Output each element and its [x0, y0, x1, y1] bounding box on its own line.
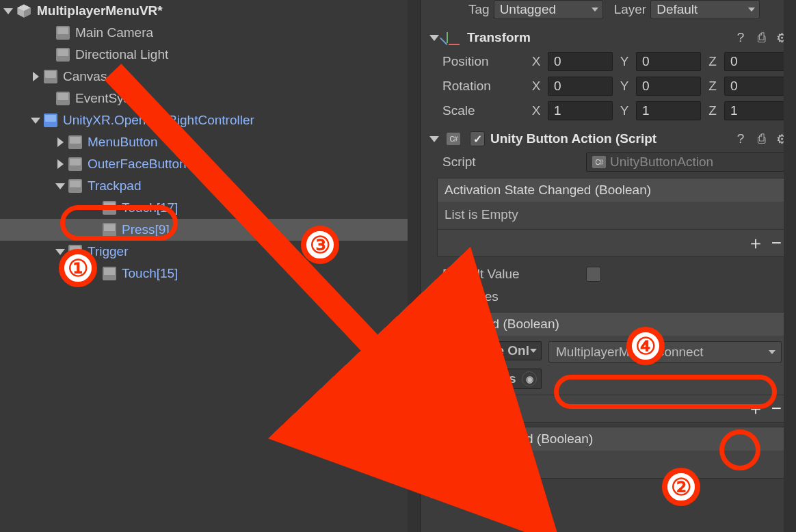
rot-z-field[interactable]: 0	[724, 77, 789, 96]
item-label: OuterFaceButton	[88, 157, 187, 172]
gameobject-icon	[56, 26, 70, 40]
hierarchy-item[interactable]: Trackpad	[0, 175, 420, 197]
hierarchy-item[interactable]: Main Camera	[0, 22, 420, 44]
layer-dropdown[interactable]: Default	[650, 0, 760, 19]
default-value-checkbox[interactable]	[586, 267, 601, 282]
foldout-icon[interactable]	[427, 31, 441, 44]
event-body: List is Empty	[438, 451, 788, 478]
scale-y-field[interactable]: 1	[636, 101, 701, 120]
hierarchy-item[interactable]: MenuButton	[0, 131, 420, 153]
pos-z-field[interactable]: 0	[724, 52, 789, 71]
item-label: Trigger	[88, 244, 128, 259]
gameobject-icon	[103, 223, 116, 237]
remove-listener-button[interactable]: −	[771, 232, 782, 254]
hierarchy-item[interactable]: OuterFaceButton	[0, 153, 420, 175]
hierarchy-item[interactable]: Touch[17]	[0, 197, 420, 219]
pos-y-field[interactable]: 0	[636, 52, 701, 71]
event-value-changed: Value Changed (Boolean) List is Empty	[437, 427, 789, 479]
prefab-icon	[44, 114, 57, 127]
foldout-icon[interactable]	[432, 290, 445, 304]
inspector-panel: Tag Untagged Layer Default Transform ? ⎙…	[421, 0, 796, 532]
preset-icon[interactable]: ⎙	[754, 131, 769, 146]
gameobject-icon	[103, 201, 116, 215]
foldout-icon[interactable]	[1, 4, 15, 18]
gameobject-icon	[44, 70, 57, 83]
script-icon: C#	[447, 133, 460, 145]
script-row: Script C#UnityButtonAction	[427, 150, 789, 174]
item-label: Canvas	[63, 69, 107, 84]
event-body: List is Empty	[438, 202, 788, 229]
enable-checkbox[interactable]	[470, 131, 485, 146]
event-activated: Activated (Boolean) Runtime Onl C# Canva…	[437, 312, 789, 423]
component-title: Transform	[467, 30, 531, 45]
foldout-icon[interactable]	[427, 132, 441, 146]
gameobject-icon	[103, 267, 116, 280]
rot-y-field[interactable]: 0	[636, 77, 701, 96]
rotation-label: Rotation	[442, 79, 525, 94]
preset-icon[interactable]: ⎙	[754, 30, 769, 45]
item-label: EventSystem	[75, 91, 152, 106]
target-object-field[interactable]: C# Canvas ◉	[446, 369, 542, 389]
hierarchy-panel: MultiplayerMenuVR* Main Camera Direction…	[0, 0, 421, 532]
component-title: Unity Button Action (Script	[490, 131, 656, 146]
unity-logo-icon	[16, 3, 31, 18]
foldout-icon[interactable]	[53, 135, 67, 149]
event-title: Activation State Changed (Boolean)	[438, 178, 788, 202]
add-listener-button[interactable]: ＋	[747, 231, 765, 255]
event-title: Value Changed (Boolean)	[438, 427, 788, 451]
sources-label: Sources	[451, 289, 499, 304]
help-icon[interactable]: ?	[733, 30, 748, 45]
event-title: Activated (Boolean)	[439, 312, 788, 336]
foldout-icon[interactable]	[29, 70, 42, 83]
event-activation-state-changed: Activation State Changed (Boolean) List …	[437, 178, 789, 257]
hierarchy-item[interactable]: Trigger	[0, 241, 420, 263]
scale-x-field[interactable]: 1	[548, 101, 613, 120]
hierarchy-item-selected[interactable]: Press[9]	[0, 219, 420, 241]
rot-x-field[interactable]: 0	[548, 77, 613, 96]
transform-icon	[447, 30, 462, 45]
position-label: Position	[442, 54, 525, 69]
function-dropdown[interactable]: MultiplayerMenu.Connect	[548, 341, 782, 363]
remove-listener-button[interactable]: −	[771, 398, 782, 419]
tag-label: Tag	[468, 2, 490, 17]
foldout-icon[interactable]	[29, 114, 42, 127]
gameobject-icon	[68, 157, 82, 171]
gameobject-icon	[68, 179, 82, 193]
scale-label: Scale	[442, 103, 525, 118]
hierarchy-item[interactable]: EventSystem	[0, 88, 420, 109]
hierarchy-item[interactable]: Canvas	[0, 66, 420, 88]
gameobject-icon	[56, 92, 70, 105]
tag-dropdown[interactable]: Untagged	[494, 0, 603, 19]
gameobject-icon	[68, 245, 82, 258]
script-field[interactable]: C#UnityButtonAction	[586, 152, 789, 172]
object-picker-icon[interactable]: ◉	[522, 371, 537, 386]
transform-header[interactable]: Transform ? ⎙ ⚙	[427, 26, 789, 49]
hierarchy-item[interactable]: Touch[15]	[0, 263, 420, 284]
inspector-scrollbar[interactable]	[784, 0, 796, 532]
item-label: Touch[17]	[122, 200, 178, 215]
item-label: UnityXR.OpenVR.RightController	[63, 113, 254, 128]
add-listener-button[interactable]: ＋	[747, 397, 765, 421]
gameobject-icon	[68, 135, 82, 149]
button-action-header[interactable]: C# Unity Button Action (Script ? ⎙ ⚙	[427, 127, 789, 150]
item-label: Touch[15]	[122, 266, 178, 281]
hierarchy-scrollbar[interactable]	[408, 0, 420, 532]
item-label: Main Camera	[75, 25, 153, 40]
sources-row[interactable]: Sources	[427, 286, 789, 308]
hierarchy-item[interactable]: Directional Light	[0, 44, 420, 66]
call-state-dropdown[interactable]: Runtime Onl	[446, 341, 542, 360]
foldout-icon[interactable]	[53, 245, 67, 258]
scene-row[interactable]: MultiplayerMenuVR*	[0, 0, 420, 22]
foldout-icon[interactable]	[53, 179, 67, 193]
foldout-icon[interactable]	[53, 157, 67, 171]
hierarchy-item[interactable]: UnityXR.OpenVR.RightController	[0, 109, 420, 131]
item-label: Directional Light	[75, 47, 168, 62]
item-label: MenuButton	[88, 135, 157, 150]
pos-x-field[interactable]: 0	[548, 52, 613, 71]
item-label: Trackpad	[88, 178, 142, 194]
layer-label: Layer	[614, 2, 647, 17]
script-label: Script	[442, 155, 579, 170]
gameobject-icon	[56, 48, 70, 62]
scale-z-field[interactable]: 1	[724, 101, 789, 120]
help-icon[interactable]: ?	[733, 131, 748, 146]
